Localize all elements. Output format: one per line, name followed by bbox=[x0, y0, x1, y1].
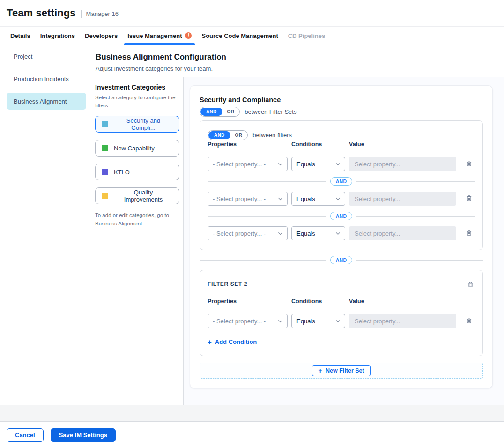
value-input[interactable] bbox=[349, 314, 456, 328]
tab-source-code-management-label: Source Code Management bbox=[201, 32, 278, 39]
warning-icon: ! bbox=[185, 32, 192, 39]
chevron-down-icon bbox=[335, 163, 341, 166]
property-select[interactable]: - Select property... - bbox=[208, 226, 288, 240]
chevron-down-icon bbox=[335, 197, 341, 201]
page-title: Team settings bbox=[7, 7, 76, 19]
section-subtitle: Adjust investment categories for your te… bbox=[96, 65, 497, 72]
new-filter-set-label: New Filter Set bbox=[326, 367, 364, 374]
tab-cd-pipelines: CD Pipelines bbox=[283, 27, 330, 45]
value-input[interactable] bbox=[349, 157, 456, 171]
investment-categories-description: Select a category to configure the filte… bbox=[95, 94, 176, 109]
category-button-security-and-compliance[interactable]: Security and Compli... bbox=[95, 116, 179, 133]
add-condition-button[interactable]: + Add Condition bbox=[208, 338, 257, 345]
delete-condition-button[interactable] bbox=[465, 228, 474, 239]
chevron-down-icon bbox=[335, 320, 341, 323]
category-color-swatch bbox=[102, 169, 108, 175]
delete-condition-button[interactable] bbox=[465, 316, 474, 327]
selected-category-title: Security and Compliance bbox=[200, 96, 483, 104]
categories-footnote: To add or edit categories, go to Busines… bbox=[95, 211, 179, 228]
trash-icon bbox=[466, 194, 473, 203]
cancel-button[interactable]: Cancel bbox=[7, 428, 44, 442]
tab-issue-management-label: Issue Management bbox=[127, 32, 182, 39]
bottom-band bbox=[0, 405, 504, 422]
team-settings-page: Team settings Manager 16 Details Integra… bbox=[0, 0, 504, 448]
chevron-down-icon bbox=[278, 163, 283, 166]
toggle-and-option[interactable]: AND bbox=[208, 131, 230, 139]
investment-categories-column: Investment Categories Select a category … bbox=[88, 77, 184, 405]
filter-row: - Select property... - Equals bbox=[208, 314, 475, 328]
toggle-or-option[interactable]: OR bbox=[222, 109, 239, 114]
tab-developers-label: Developers bbox=[85, 32, 118, 39]
filter-row: - Select property... - Equals bbox=[208, 157, 475, 171]
delete-condition-button[interactable] bbox=[465, 194, 474, 204]
title-divider bbox=[81, 10, 82, 18]
tab-integrations[interactable]: Integrations bbox=[36, 27, 80, 45]
property-select-value: - Select property... - bbox=[213, 161, 266, 168]
and-connector-pill: AND bbox=[330, 177, 353, 186]
filter-set-1-card: AND OR between filters Properties Condit… bbox=[200, 120, 483, 250]
chevron-down-icon bbox=[335, 232, 341, 235]
value-input[interactable] bbox=[349, 192, 456, 206]
filter-set-2-header: FILTER SET 2 bbox=[208, 280, 475, 291]
save-im-settings-button[interactable]: Save IM Settings bbox=[51, 428, 116, 442]
filter-set-2-title: FILTER SET 2 bbox=[208, 280, 247, 287]
property-select[interactable]: - Select property... - bbox=[208, 192, 288, 206]
category-label: KTLO bbox=[114, 169, 130, 176]
conditions-column-header: Conditions bbox=[291, 141, 345, 148]
tab-developers[interactable]: Developers bbox=[80, 27, 122, 45]
filter-row: - Select property... - Equals bbox=[208, 192, 475, 206]
category-button-quality-improvements[interactable]: Quality Improvements bbox=[95, 187, 179, 204]
condition-select[interactable]: Equals bbox=[291, 314, 345, 328]
condition-select[interactable]: Equals bbox=[291, 226, 345, 240]
properties-column-header: Properties bbox=[208, 298, 288, 305]
properties-column-header: Properties bbox=[208, 141, 288, 148]
property-select[interactable]: - Select property... - bbox=[208, 314, 288, 328]
property-select-value: - Select property... - bbox=[213, 230, 266, 237]
settings-tabbar: Details Integrations Developers Issue Ma… bbox=[0, 27, 504, 45]
category-color-swatch bbox=[102, 121, 108, 127]
investment-categories-title: Investment Categories bbox=[95, 83, 179, 91]
category-color-swatch bbox=[102, 145, 108, 151]
delete-filter-set-button[interactable] bbox=[466, 280, 475, 291]
toggle-and-option[interactable]: AND bbox=[200, 108, 222, 116]
and-connector-pill: AND bbox=[330, 212, 353, 220]
condition-select-value: Equals bbox=[296, 195, 315, 202]
sidebar-item-production-incidents[interactable]: Production Incidents bbox=[7, 70, 86, 87]
tab-source-code-management[interactable]: Source Code Management bbox=[197, 27, 282, 45]
category-label: Security and Compli... bbox=[114, 117, 173, 131]
section-title: Business Alignment Configuration bbox=[96, 52, 497, 62]
condition-select[interactable]: Equals bbox=[291, 157, 345, 171]
sidebar-item-production-incidents-label: Production Incidents bbox=[14, 75, 69, 82]
property-select-value: - Select property... - bbox=[213, 318, 266, 325]
column-headers: Properties Conditions Value bbox=[208, 141, 475, 148]
condition-connector: AND bbox=[208, 212, 475, 220]
plus-icon: + bbox=[318, 367, 322, 374]
value-input[interactable] bbox=[349, 226, 456, 240]
new-filter-set-button[interactable]: + New Filter Set bbox=[312, 365, 370, 376]
sidebar-item-business-alignment-label: Business Alignment bbox=[14, 98, 67, 105]
filter-set-connector: AND bbox=[200, 256, 483, 264]
settings-sidebar: Project Production Incidents Business Al… bbox=[0, 45, 88, 405]
and-or-toggle[interactable]: AND OR bbox=[200, 107, 240, 117]
property-select[interactable]: - Select property... - bbox=[208, 157, 288, 171]
property-select-value: - Select property... - bbox=[213, 195, 266, 202]
condition-select[interactable]: Equals bbox=[291, 192, 345, 206]
sidebar-item-business-alignment[interactable]: Business Alignment bbox=[7, 93, 86, 110]
category-button-ktlo[interactable]: KTLO bbox=[95, 164, 179, 180]
toggle-or-option[interactable]: OR bbox=[230, 133, 247, 138]
sidebar-item-project[interactable]: Project bbox=[7, 48, 86, 65]
and-connector-pill: AND bbox=[330, 256, 353, 264]
category-button-new-capability[interactable]: New Capability bbox=[95, 140, 179, 157]
category-filters-panel: Security and Compliance AND OR between F… bbox=[190, 85, 493, 388]
main-panel: Business Alignment Configuration Adjust … bbox=[88, 45, 504, 405]
filters-operator-row: AND OR between filters bbox=[208, 130, 475, 140]
delete-condition-button[interactable] bbox=[465, 159, 474, 170]
chevron-down-icon bbox=[278, 197, 283, 201]
filters-column: Security and Compliance AND OR between F… bbox=[184, 77, 504, 405]
tab-details[interactable]: Details bbox=[6, 27, 35, 45]
condition-select-value: Equals bbox=[296, 230, 315, 237]
sidebar-item-project-label: Project bbox=[14, 53, 32, 60]
filter-row: - Select property... - Equals bbox=[208, 226, 475, 240]
and-or-toggle[interactable]: AND OR bbox=[208, 130, 248, 140]
tab-issue-management[interactable]: Issue Management ! bbox=[123, 27, 196, 45]
